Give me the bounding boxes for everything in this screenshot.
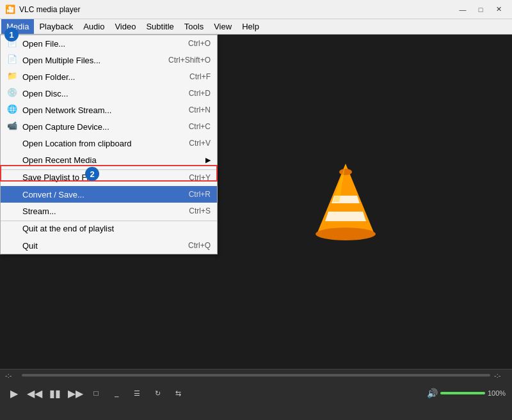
seek-track[interactable] <box>22 374 490 377</box>
open-capture-shortcut: Ctrl+C <box>189 122 211 131</box>
shuffle-button[interactable]: ⇆ <box>169 384 187 402</box>
open-multiple-shortcut: Ctrl+Shift+O <box>168 56 211 65</box>
loop-button[interactable]: ↻ <box>148 384 166 402</box>
menu-save-playlist[interactable]: Save Playlist to File Ctrl+Y <box>1 169 217 186</box>
player-controls: -:- -:- ▶ ◀◀ ▮▮ ▶▶ □ ⎯ ☰ ↻ ⇆ 🔊 100% <box>0 369 512 420</box>
save-playlist-icon <box>7 172 19 183</box>
title-bar: 🎦 VLC media player — □ ✕ <box>0 0 512 19</box>
open-folder-icon: 📁 <box>7 71 19 82</box>
prev-button[interactable]: ◀◀ <box>26 384 44 402</box>
menu-open-recent[interactable]: Open Recent Media ▶ <box>1 152 217 168</box>
open-multiple-icon: 📄 <box>7 54 19 66</box>
menu-open-disc[interactable]: 💿 Open Disc... Ctrl+D <box>1 85 217 102</box>
convert-save-shortcut: Ctrl+R <box>189 190 211 199</box>
stop-button[interactable]: ▮▮ <box>46 384 64 402</box>
volume-track[interactable] <box>440 392 485 394</box>
vlc-cone <box>307 160 384 244</box>
menu-quit-end[interactable]: Quit at the end of playlist <box>1 221 217 237</box>
quit-icon <box>7 240 19 251</box>
fullscreen-button[interactable]: □ <box>87 384 105 402</box>
convert-save-label: Convert / Save... <box>22 190 176 199</box>
window-controls: — □ ✕ <box>454 3 507 16</box>
menu-open-network[interactable]: 🌐 Open Network Stream... Ctrl+N <box>1 102 217 118</box>
seek-end: -:- <box>494 371 507 379</box>
convert-save-icon <box>7 189 19 200</box>
step-badge-1: 1 <box>4 27 19 42</box>
open-clipboard-shortcut: Ctrl+V <box>189 139 211 148</box>
open-network-shortcut: Ctrl+N <box>189 105 211 114</box>
open-recent-arrow: ▶ <box>205 156 211 164</box>
menu-view[interactable]: View <box>209 19 237 34</box>
open-multiple-label: Open Multiple Files... <box>22 56 156 65</box>
volume-area: 🔊 100% <box>427 388 507 398</box>
open-network-label: Open Network Stream... <box>22 105 176 115</box>
volume-label: 100% <box>488 389 507 397</box>
stream-icon <box>7 205 19 217</box>
menu-quit[interactable]: Quit Ctrl+Q <box>1 237 217 254</box>
open-clipboard-label: Open Location from clipboard <box>22 139 176 148</box>
open-recent-label: Open Recent Media <box>22 155 188 165</box>
extended-button[interactable]: ⎯ <box>108 384 125 402</box>
quit-shortcut: Ctrl+Q <box>188 241 211 250</box>
app-icon: 🎦 <box>5 4 15 15</box>
media-dropdown: 📄 Open File... Ctrl+O 📄 Open Multiple Fi… <box>0 35 218 254</box>
save-playlist-label: Save Playlist to File <box>22 173 176 182</box>
close-button[interactable]: ✕ <box>490 3 507 16</box>
svg-marker-2 <box>325 212 366 221</box>
svg-point-4 <box>339 169 352 175</box>
quit-end-label: Quit at the end of playlist <box>22 224 198 233</box>
open-file-shortcut: Ctrl+O <box>188 39 211 48</box>
menu-open-file[interactable]: 📄 Open File... Ctrl+O <box>1 35 217 52</box>
seek-bar-area: -:- -:- <box>0 369 512 381</box>
maximize-button[interactable]: □ <box>472 3 489 16</box>
next-button[interactable]: ▶▶ <box>67 384 84 402</box>
open-network-icon: 🌐 <box>7 104 19 116</box>
volume-fill <box>440 392 485 394</box>
menu-audio[interactable]: Audio <box>78 19 109 34</box>
controls-row: ▶ ◀◀ ▮▮ ▶▶ □ ⎯ ☰ ↻ ⇆ 🔊 100% <box>0 381 512 405</box>
open-disc-shortcut: Ctrl+D <box>189 89 211 98</box>
seek-start: -:- <box>5 371 18 379</box>
open-disc-icon: 💿 <box>7 88 19 99</box>
menu-convert-save[interactable]: Convert / Save... Ctrl+R <box>1 186 217 203</box>
volume-icon: 🔊 <box>427 388 438 398</box>
open-capture-label: Open Capture Device... <box>22 122 176 132</box>
menu-video[interactable]: Video <box>109 19 141 34</box>
open-capture-icon: 📹 <box>7 121 19 132</box>
menu-open-folder[interactable]: 📁 Open Folder... Ctrl+F <box>1 68 217 85</box>
app-title: VLC media player <box>19 5 454 14</box>
svg-point-3 <box>316 228 376 240</box>
menu-open-capture[interactable]: 📹 Open Capture Device... Ctrl+C <box>1 118 217 135</box>
menu-open-multiple[interactable]: 📄 Open Multiple Files... Ctrl+Shift+O <box>1 52 217 68</box>
playlist-button[interactable]: ☰ <box>128 384 146 402</box>
stream-label: Stream... <box>22 206 176 216</box>
menu-subtitle[interactable]: Subtitle <box>141 19 179 34</box>
play-button[interactable]: ▶ <box>5 384 23 402</box>
open-recent-icon <box>7 154 19 166</box>
open-file-label: Open File... <box>22 39 175 49</box>
minimize-button[interactable]: — <box>454 3 471 16</box>
save-playlist-shortcut: Ctrl+Y <box>189 173 211 182</box>
menu-tools[interactable]: Tools <box>179 19 209 34</box>
quit-label: Quit <box>22 241 175 251</box>
open-clipboard-icon <box>7 137 19 149</box>
menu-stream[interactable]: Stream... Ctrl+S <box>1 203 217 219</box>
open-folder-shortcut: Ctrl+F <box>189 72 211 81</box>
menu-open-clipboard[interactable]: Open Location from clipboard Ctrl+V <box>1 135 217 152</box>
menu-help[interactable]: Help <box>237 19 264 34</box>
open-folder-label: Open Folder... <box>22 72 177 82</box>
menu-bar: Media Playback Audio Video Subtitle Tool… <box>0 19 512 35</box>
stream-shortcut: Ctrl+S <box>189 206 211 215</box>
quit-end-icon <box>7 223 19 235</box>
menu-playback[interactable]: Playback <box>34 19 78 34</box>
open-disc-label: Open Disc... <box>22 89 176 98</box>
step-badge-2: 2 <box>85 167 99 181</box>
